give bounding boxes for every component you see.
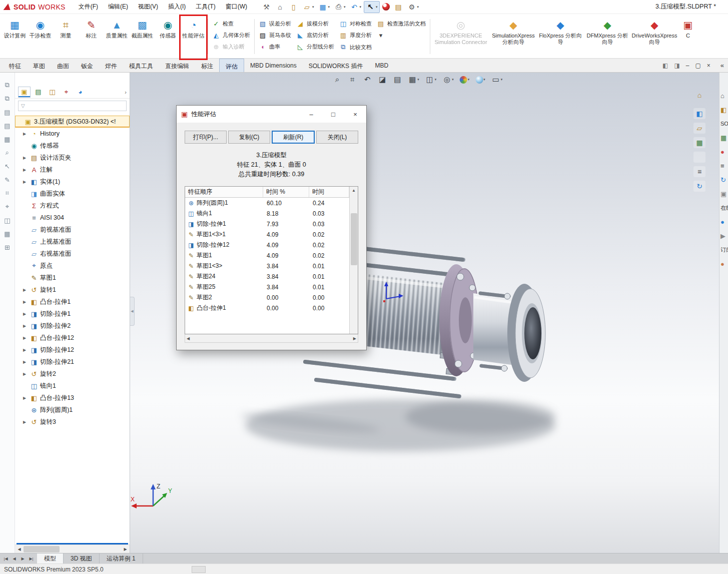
凸台-拉伸1[interactable]: ◧ 凸台-拉伸1 0.00 0.00 bbox=[185, 303, 349, 313]
scroll-track[interactable] bbox=[24, 545, 121, 553]
check-button[interactable]: ✓ 检查 bbox=[212, 20, 250, 28]
command-tab[interactable]: 焊件 bbox=[99, 59, 123, 72]
menu-item[interactable]: 窗口(W) bbox=[221, 0, 252, 14]
markup-button[interactable]: ✎ 标注 bbox=[79, 15, 104, 58]
tree-item[interactable]: ▶ A 注解 bbox=[15, 164, 130, 176]
command-tab[interactable]: 标注 bbox=[195, 59, 219, 72]
expand-arrow-icon[interactable]: ▶ bbox=[23, 324, 30, 328]
open-button[interactable]: ▱ ▾ bbox=[301, 1, 316, 13]
copy-dialog-button[interactable]: 复制(C) bbox=[228, 131, 270, 144]
header-time[interactable]: 时间 bbox=[309, 187, 349, 197]
dock-tool-button[interactable]: ↖ bbox=[3, 162, 13, 171]
镜向1[interactable]: ◫ 镜向1 8.18 0.03 bbox=[185, 208, 349, 219]
dock-tool-button[interactable]: ⌖ bbox=[3, 202, 13, 211]
refresh-dialog-button[interactable]: 刷新(R) bbox=[272, 131, 315, 144]
command-tab[interactable]: MBD Dimensions bbox=[244, 59, 303, 72]
collapse-taskpane-button[interactable]: « bbox=[716, 59, 728, 72]
prev-tab-icon[interactable]: ◀ bbox=[11, 556, 18, 561]
tree-item[interactable]: ▶ ▣ 3.压缩模型 (DSG03-DN32) <! bbox=[15, 116, 130, 128]
document-tab[interactable]: 运动算例 1 bbox=[100, 553, 143, 563]
menu-item[interactable]: 工具(T) bbox=[191, 0, 220, 14]
切除-拉伸12[interactable]: ◨ 切除-拉伸12 4.09 0.02 bbox=[185, 240, 349, 250]
expand-arrow-icon[interactable]: ▶ bbox=[23, 180, 30, 184]
restore-window-button[interactable]: ▢ bbox=[695, 62, 700, 69]
command-tab[interactable]: 模具工具 bbox=[123, 59, 159, 72]
草图24[interactable]: ✎ 草图24 3.84 0.01 bbox=[185, 271, 349, 282]
tree-item[interactable]: ▶ ◧ 实体(1) bbox=[15, 176, 130, 188]
menu-item[interactable]: 文件(F) bbox=[74, 0, 103, 14]
3dexperience-connector-button[interactable]: ◎ 3DEXPERIENCE Simulation Connector bbox=[432, 15, 490, 58]
command-tab[interactable]: 特征 bbox=[3, 59, 27, 72]
chevron-down-icon[interactable]: ▾ bbox=[344, 5, 346, 9]
minimize-window-button[interactable]: – bbox=[686, 62, 689, 69]
dock-tool-button[interactable]: ◫ bbox=[3, 216, 13, 225]
table-horizontal-scrollbar[interactable]: ◀ ▶ bbox=[185, 334, 358, 343]
sync-button[interactable]: ↻ bbox=[693, 181, 705, 192]
dock-tool-button[interactable]: ✎ bbox=[3, 175, 13, 184]
minimize-button[interactable]: – bbox=[300, 106, 322, 123]
menu-item[interactable]: 插入(I) bbox=[163, 0, 191, 14]
close-dialog-button[interactable]: 关闭(L) bbox=[316, 131, 358, 144]
panel-splitter-grip[interactable]: ◀ bbox=[130, 297, 135, 326]
tree-horizontal-scrollbar[interactable]: ◀ ▶ bbox=[15, 544, 130, 553]
task-pane-edge-item[interactable]: ↻ bbox=[719, 176, 726, 184]
task-pane-edge-item[interactable]: ⌂ bbox=[719, 92, 724, 100]
chevron-down-icon[interactable]: ▾ bbox=[328, 5, 330, 9]
hide-show-items-button[interactable]: ◎ ▾ bbox=[441, 74, 455, 85]
header-feature-order[interactable]: 特征顺序 bbox=[185, 187, 263, 197]
scroll-left-icon[interactable]: ◀ bbox=[15, 547, 24, 551]
3d-views-button[interactable]: ◧ bbox=[693, 108, 705, 119]
document-tab[interactable]: 3D 视图 bbox=[64, 553, 100, 563]
草图2[interactable]: ✎ 草图2 0.00 0.00 bbox=[185, 292, 349, 303]
undo-button[interactable]: ↶ ▾ bbox=[348, 1, 363, 13]
chevron-down-icon[interactable]: ▾ bbox=[417, 5, 419, 9]
command-tab[interactable]: 直接编辑 bbox=[159, 59, 195, 72]
view-settings-button[interactable]: ▭ ▾ bbox=[490, 74, 504, 85]
expand-arrow-icon[interactable]: ▶ bbox=[23, 168, 30, 172]
pane-split-right-button[interactable]: ◨ bbox=[674, 62, 679, 69]
tree-item[interactable]: ▶ Σ 方程式 bbox=[15, 200, 130, 212]
header-time-percent[interactable]: 时间 % bbox=[263, 187, 309, 197]
curvature-button[interactable]: ◖ 曲率 bbox=[259, 43, 291, 51]
floxpress-button[interactable]: ◆ FloXpress 分析向导 bbox=[537, 15, 584, 58]
task-pane-edge-item[interactable]: 在线 bbox=[719, 204, 728, 212]
expand-arrow-icon[interactable]: ▶ bbox=[23, 420, 30, 424]
mass-properties-button[interactable]: ▲ 质量属性 bbox=[104, 15, 130, 58]
threaded-rod[interactable] bbox=[305, 362, 459, 396]
command-tab[interactable]: 曲面 bbox=[51, 59, 75, 72]
graphics-viewport[interactable]: X Z Y ⌕ ▾ ⌗ ▾ bbox=[130, 73, 719, 553]
first-tab-icon[interactable]: |◀ bbox=[2, 556, 10, 561]
dock-tool-button[interactable]: ▤ bbox=[3, 121, 13, 130]
dock-tool-button[interactable]: ⌗ bbox=[3, 189, 13, 198]
last-tab-icon[interactable]: ▶| bbox=[28, 556, 35, 561]
expand-arrow-icon[interactable]: ▶ bbox=[23, 348, 30, 352]
geometry-analysis-button[interactable]: ◭ 几何体分析 bbox=[212, 32, 250, 39]
expand-arrow-icon[interactable]: ▶ bbox=[23, 300, 30, 304]
check-active-document-button[interactable]: ▤ 检查激活的文档 bbox=[377, 20, 426, 28]
dock-tool-button[interactable]: ▤ bbox=[3, 108, 13, 117]
tree-item[interactable]: ▶ ◨ 切除-拉伸21 bbox=[15, 356, 130, 368]
chevron-down-icon[interactable]: ▾ bbox=[501, 78, 503, 82]
expand-arrow-icon[interactable]: ▶ bbox=[23, 336, 30, 340]
clipped-edge-button[interactable]: ▣ C bbox=[678, 15, 698, 58]
dock-tool-button[interactable]: ⧉ bbox=[3, 94, 13, 103]
import-diagnostics-button[interactable]: ⊕ 输入诊断 bbox=[212, 43, 250, 51]
display-style-button[interactable]: ◫ ▾ bbox=[424, 74, 438, 85]
expand-arrow-icon[interactable]: ▶ bbox=[23, 372, 30, 376]
草图1<3>[interactable]: ✎ 草图1<3> 3.84 0.01 bbox=[185, 261, 349, 271]
task-pane-edge-item[interactable]: ▣ bbox=[719, 190, 726, 198]
view-orientation-button[interactable]: ▦ ▾ bbox=[407, 74, 420, 85]
dock-tool-button[interactable]: ▦ bbox=[3, 135, 13, 144]
dfmxpress-button[interactable]: ◆ DFMXpress 分析向导 bbox=[584, 15, 631, 58]
close-button[interactable]: × bbox=[344, 106, 366, 123]
options-button[interactable]: ⚙ ▾ bbox=[406, 1, 421, 13]
command-tab[interactable]: MBD bbox=[369, 59, 394, 72]
edit-appearance-button[interactable]: ▾ bbox=[459, 75, 471, 85]
expand-arrow-icon[interactable]: ▶ bbox=[23, 288, 30, 292]
task-pane-edge-item[interactable]: ▶ bbox=[719, 232, 725, 240]
scroll-up-icon[interactable]: ▲ bbox=[352, 187, 356, 194]
chevron-down-icon[interactable]: ▾ bbox=[435, 78, 437, 82]
tree-item[interactable]: ▶ ≡ AISI 304 bbox=[15, 212, 130, 224]
切除-拉伸1[interactable]: ◨ 切除-拉伸1 7.93 0.03 bbox=[185, 219, 349, 229]
appearances-button[interactable] bbox=[693, 152, 705, 163]
